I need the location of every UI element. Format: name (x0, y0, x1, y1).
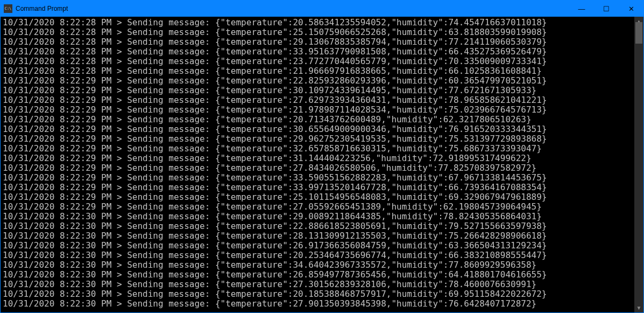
window-icon: C:\ (4, 4, 12, 13)
command-prompt-window: C:\ Command Prompt — ☐ ✕ 10/31/2020 8:22… (0, 0, 644, 313)
cmd-icon-text: C:\ (5, 7, 12, 11)
maximize-button[interactable]: ☐ (594, 1, 619, 17)
minimize-button[interactable]: — (569, 1, 594, 17)
vertical-scrollbar[interactable]: ▲ ▼ (634, 17, 643, 312)
titlebar[interactable]: C:\ Command Prompt — ☐ ✕ (1, 1, 643, 17)
scroll-thumb[interactable] (635, 22, 642, 44)
client-area: 10/31/2020 8:22:28 PM > Sending message:… (1, 17, 643, 312)
close-button[interactable]: ✕ (619, 1, 643, 17)
scroll-down-button[interactable]: ▼ (634, 303, 643, 312)
chevron-down-icon: ▼ (636, 305, 642, 311)
close-icon: ✕ (628, 5, 634, 13)
maximize-icon: ☐ (603, 5, 610, 13)
minimize-icon: — (578, 5, 585, 13)
window-title: Command Prompt (16, 5, 68, 12)
console-output[interactable]: 10/31/2020 8:22:28 PM > Sending message:… (1, 17, 634, 312)
